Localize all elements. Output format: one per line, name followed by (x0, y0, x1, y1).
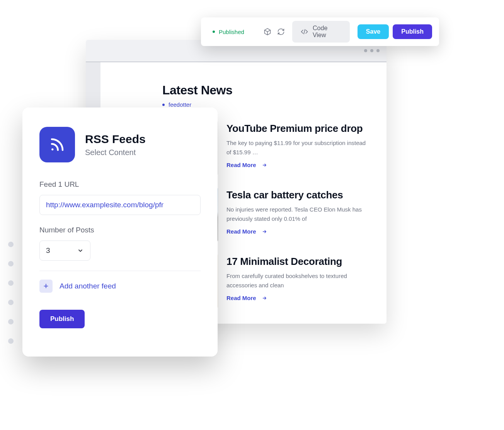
feed-url-input[interactable] (39, 195, 201, 215)
num-posts-select[interactable]: 3 (39, 241, 90, 261)
editor-toolbar: Published Code View Save Publish (201, 17, 439, 46)
code-icon (301, 28, 308, 36)
arrow-right-icon (262, 295, 267, 301)
window-dot (376, 49, 380, 52)
refresh-icon[interactable] (276, 27, 286, 37)
article-title: 17 Minimalist Decorating (226, 256, 369, 268)
num-posts-label: Number of Posts (39, 226, 201, 234)
rss-feeds-panel: RSS Feeds Select Content Feed 1 URL Numb… (22, 108, 218, 357)
decorative-dots (8, 242, 14, 344)
window-dot (364, 49, 367, 52)
article-title: Tesla car battery catches (226, 189, 369, 201)
publish-feed-button[interactable]: Publish (39, 310, 85, 328)
arrow-right-icon (262, 162, 267, 168)
chevron-down-icon (77, 247, 84, 254)
add-feed-label: Add another feed (60, 282, 116, 290)
panel-title: RSS Feeds (85, 133, 146, 146)
save-button[interactable]: Save (358, 24, 389, 39)
read-more-label: Read More (226, 228, 256, 235)
svg-point-0 (51, 148, 53, 150)
code-view-label: Code View (313, 25, 341, 39)
add-feed-button[interactable]: + Add another feed (39, 280, 201, 293)
preview-heading: Latest News (162, 83, 369, 97)
article-excerpt: No injuries were reported. Tesla CEO Elo… (226, 205, 369, 224)
rss-icon (39, 127, 75, 162)
panel-subtitle: Select Content (85, 148, 146, 157)
num-posts-value: 3 (46, 246, 50, 255)
publish-button[interactable]: Publish (393, 24, 432, 39)
read-more-link[interactable]: Read More (226, 162, 267, 168)
read-more-link[interactable]: Read More (226, 228, 267, 235)
feed-url-label: Feed 1 URL (39, 180, 201, 189)
feed-source-tag[interactable]: feedotter (162, 101, 369, 108)
article-excerpt: From carefully curated bookshelves to te… (226, 271, 369, 290)
cube-icon[interactable] (263, 27, 272, 37)
arrow-right-icon (262, 229, 267, 234)
window-dot (370, 49, 373, 52)
plus-icon: + (39, 280, 53, 293)
article-excerpt: The key to paying $11.99 for your subscr… (226, 138, 369, 157)
code-view-button[interactable]: Code View (292, 21, 350, 43)
read-more-link[interactable]: Read More (226, 295, 267, 301)
read-more-label: Read More (226, 162, 256, 168)
divider (39, 271, 201, 271)
article-title: YouTube Premium price drop (226, 123, 369, 135)
read-more-label: Read More (226, 295, 256, 301)
status-badge: Published (208, 29, 249, 35)
